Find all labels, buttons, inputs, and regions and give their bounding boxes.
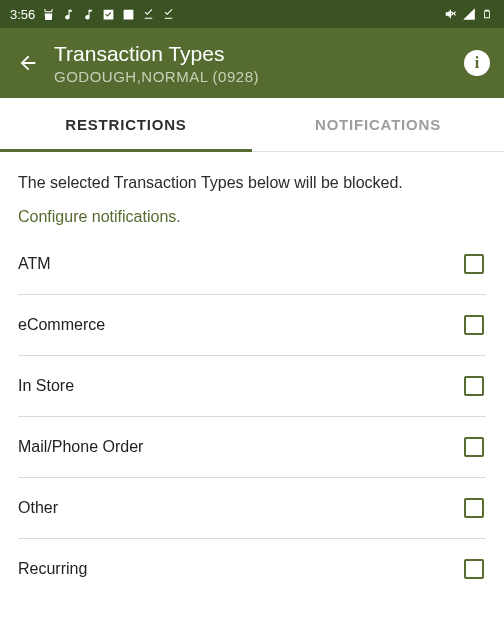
checkbox[interactable]: [464, 498, 484, 518]
volume-off-icon: [444, 7, 458, 21]
info-icon: i: [475, 54, 479, 72]
list-item[interactable]: Other: [18, 478, 486, 539]
checkbox[interactable]: [464, 376, 484, 396]
tab-notifications[interactable]: NOTIFICATIONS: [252, 98, 504, 151]
checkbox[interactable]: [464, 559, 484, 579]
list-item-label: Recurring: [18, 560, 87, 578]
status-bar: 3:56: [0, 0, 504, 28]
checkbox[interactable]: [464, 315, 484, 335]
app-bar: Transaction Types GODOUGH,NORMAL (0928) …: [0, 28, 504, 98]
battery-icon: [480, 7, 494, 21]
list-item-label: Other: [18, 499, 58, 517]
transaction-type-list: ATM eCommerce In Store Mail/Phone Order …: [18, 244, 486, 599]
content: The selected Transaction Types below wil…: [0, 152, 504, 599]
list-item-label: Mail/Phone Order: [18, 438, 143, 456]
tab-label: RESTRICTIONS: [65, 116, 186, 133]
arrow-left-icon: [17, 52, 39, 74]
info-button[interactable]: i: [464, 50, 490, 76]
list-item-label: In Store: [18, 377, 74, 395]
configure-notifications-link[interactable]: Configure notifications.: [18, 208, 181, 226]
tab-label: NOTIFICATIONS: [315, 116, 441, 133]
download-done-icon: [141, 7, 155, 21]
music-note-icon: [61, 7, 75, 21]
page-subtitle: GODOUGH,NORMAL (0928): [54, 68, 464, 85]
image-icon: [121, 7, 135, 21]
checkbox[interactable]: [464, 437, 484, 457]
checkbox[interactable]: [464, 254, 484, 274]
back-button[interactable]: [14, 49, 42, 77]
list-item[interactable]: Recurring: [18, 539, 486, 599]
music-note-icon: [81, 7, 95, 21]
signal-icon: [462, 7, 476, 21]
list-item[interactable]: ATM: [18, 244, 486, 295]
check-box-icon: [101, 7, 115, 21]
list-item[interactable]: eCommerce: [18, 295, 486, 356]
description-text: The selected Transaction Types below wil…: [18, 172, 486, 194]
page-title: Transaction Types: [54, 41, 464, 66]
list-item-label: eCommerce: [18, 316, 105, 334]
list-item-label: ATM: [18, 255, 51, 273]
tabs: RESTRICTIONS NOTIFICATIONS: [0, 98, 504, 152]
download-done-icon: [161, 7, 175, 21]
list-item[interactable]: Mail/Phone Order: [18, 417, 486, 478]
shopping-bag-icon: [41, 7, 55, 21]
tab-restrictions[interactable]: RESTRICTIONS: [0, 98, 252, 151]
status-time: 3:56: [10, 7, 35, 22]
list-item[interactable]: In Store: [18, 356, 486, 417]
